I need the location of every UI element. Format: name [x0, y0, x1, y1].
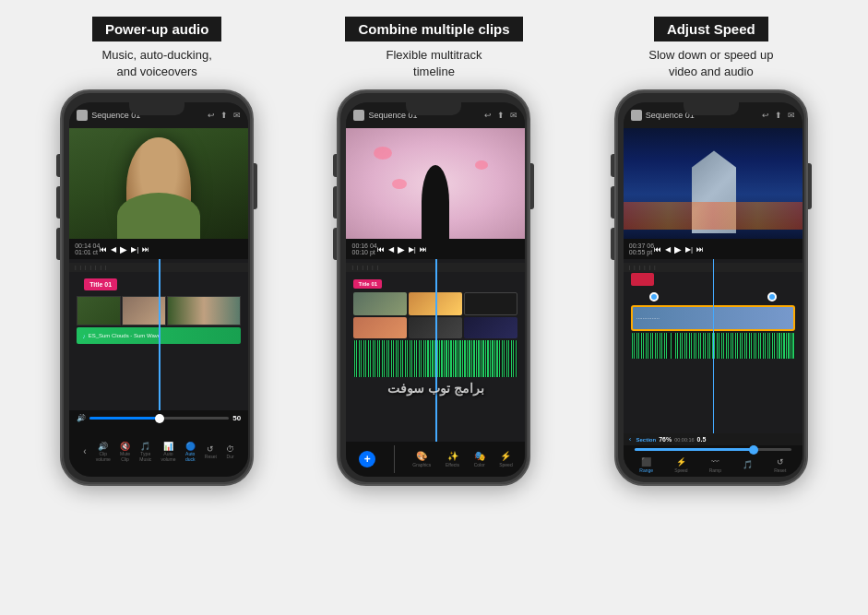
phone3-speed-btn[interactable]: ⚡ Speed — [674, 457, 687, 473]
phone1-outer: Sequence 01 ↩ ⬆ ✉ 00:14 04 01:01 ct — [60, 89, 254, 486]
phone3-maintain-pitch[interactable]: 🎵 — [743, 460, 753, 470]
phone2-speed-label: Speed — [499, 462, 512, 467]
phone2-video-preview — [346, 128, 525, 239]
phone2-graphics[interactable]: 🎨 Graphics — [412, 451, 431, 467]
phone3-range-label: Range — [639, 467, 653, 473]
phone1-back-btn[interactable]: ‹ — [83, 446, 86, 456]
phone1-clip-vol[interactable]: 🔊 Clipvolume — [96, 442, 111, 462]
phone1-dur[interactable]: ⏱ Dur — [226, 444, 234, 459]
phone2-add-icon[interactable]: + — [359, 451, 375, 467]
phone2-sep — [394, 445, 395, 473]
phone3-slider-section — [624, 445, 803, 454]
phone2-effects[interactable]: ✨ Effects — [446, 451, 459, 467]
phone2-chat-icon[interactable]: ✉ — [510, 111, 517, 120]
phone3-ramp-btn[interactable]: 〰 Ramp — [709, 457, 721, 473]
phone2-play[interactable]: ▶ — [398, 244, 405, 254]
phone1-title-clip[interactable]: Title 01 — [84, 278, 117, 290]
phone1-right-btn — [254, 163, 257, 209]
phone1-mute[interactable]: 🔇 MuteClip — [120, 442, 130, 462]
phone3-chevron-left[interactable]: ‹ — [629, 435, 632, 444]
phone3-share-icon[interactable]: ⬆ — [775, 111, 782, 120]
phone2-top-icons: ↩ ⬆ ✉ — [484, 111, 517, 120]
phone3-chat-icon[interactable]: ✉ — [788, 111, 795, 120]
phone3-undo-icon[interactable]: ↩ — [762, 111, 769, 120]
phone3-ramp-label: Ramp — [709, 467, 721, 473]
phone3-speed-value: 76% — [659, 436, 672, 443]
phone1-step-back[interactable]: ◀ — [111, 245, 116, 254]
phone1-slider-row: 🔊 50 — [69, 410, 248, 426]
phone2-time1: 00:16 04 — [351, 242, 376, 249]
phone1-reset[interactable]: ↺ Reset — [205, 444, 217, 459]
phone2-step-back[interactable]: ◀ — [388, 245, 394, 254]
phone1-chat-icon[interactable]: ✉ — [233, 111, 241, 120]
phone2-clip-4[interactable] — [353, 317, 407, 338]
phone3-playhead — [713, 259, 715, 433]
phone3-dot-1[interactable] — [649, 292, 659, 302]
phone2-clip-3[interactable] — [464, 292, 517, 315]
phone3-step-fwd[interactable]: ▶| — [685, 245, 693, 254]
phone3-time-value: 00:00:16 — [674, 437, 694, 443]
phone3-time2: 00:55 pt — [629, 249, 654, 255]
feature-col-3: Adjust Speed Slow down or speed upvideo … — [577, 17, 845, 486]
phone3-slider-track[interactable] — [635, 448, 791, 451]
phone3-step-back[interactable]: ◀ — [665, 245, 671, 254]
phone3-range[interactable]: ⬛ Range — [639, 457, 653, 473]
feature-subtitle-1: Music, auto-ducking,and voiceovers — [102, 47, 212, 80]
phone1-skip-back[interactable]: ⏮ — [100, 245, 107, 254]
phone3-section-info: ‹ Section 76% 00:00:16 0.5 — [624, 433, 803, 445]
phone3-skip-back[interactable]: ⏮ — [654, 245, 661, 254]
phone2-clip-6[interactable] — [464, 317, 517, 338]
phone3-slider-thumb[interactable] — [749, 445, 758, 455]
feature-title-2: Combine multiple clips — [345, 17, 522, 41]
phone2-transport: ⏮ ◀ ▶ ▶| ⏭ — [377, 244, 427, 254]
phone2-clip-1[interactable] — [353, 292, 407, 315]
phone1-top-icons: ↩ ⬆ ✉ — [208, 111, 241, 120]
phone1-slider-fill — [89, 417, 160, 420]
phone3-reset-btn[interactable]: ↺ Reset — [774, 457, 786, 473]
phone1-type-music[interactable]: 🎵 TypeMusic — [139, 442, 151, 462]
phone2-plus-btn[interactable]: + — [359, 451, 375, 467]
phone3-bottom-icons: ⬛ Range ⚡ Speed 〰 Ramp 🎵 — [624, 454, 803, 477]
phone3-speed-clip-label: ··············· — [636, 315, 660, 321]
main-container: Power-up audio Music, auto-ducking,and v… — [0, 0, 868, 615]
phone2-timeline: | | | | | | Title 01 — [346, 259, 525, 442]
phone3-pitch-icon: 🎵 — [743, 460, 753, 469]
phone2-skip-back[interactable]: ⏮ — [377, 245, 385, 254]
phone3-outer: Sequence 01 ↩ ⬆ ✉ 00:37 06 00:55 pt — [614, 89, 808, 486]
phone1-skip-fwd[interactable]: ⏭ — [142, 245, 149, 254]
phone1-slider-thumb[interactable] — [155, 414, 164, 423]
phone3-home-icon — [631, 110, 642, 121]
phone1-slider-value: 50 — [232, 414, 241, 422]
phone2-playhead — [435, 259, 437, 442]
phone2-skip-fwd[interactable]: ⏭ — [420, 245, 427, 254]
phone3-play[interactable]: ▶ — [674, 244, 682, 254]
phone3-red-clip[interactable] — [631, 273, 654, 286]
phone3-ramp-value: 0.5 — [697, 436, 707, 443]
phone2-undo-icon[interactable]: ↩ — [484, 111, 492, 120]
feature-subtitle-2: Flexible multitracktimeline — [386, 47, 482, 80]
phone1-screen: Sequence 01 ↩ ⬆ ✉ 00:14 04 01:01 ct — [69, 102, 248, 477]
phone1-play[interactable]: ▶ — [120, 244, 127, 254]
phone1-auto-vol[interactable]: 📊 Autovolume — [161, 442, 175, 462]
phone1-auto-duck[interactable]: 🔵 Autoduck — [185, 442, 196, 462]
phone1-transport: ⏮ ◀ ▶ ▶| ⏭ — [100, 244, 149, 254]
phone3-speed-label: Speed — [674, 467, 687, 473]
phone1-share-icon[interactable]: ⬆ — [220, 111, 228, 120]
phone3-dot-2[interactable] — [767, 292, 777, 302]
phone3-skip-fwd[interactable]: ⏭ — [696, 245, 704, 254]
phone1-slider-track[interactable] — [89, 417, 229, 420]
phone3-section-label: Section — [636, 437, 656, 443]
phone1-step-fwd[interactable]: ▶| — [131, 245, 138, 254]
phone3-time1: 00:37 06 — [629, 242, 654, 249]
phone2-color[interactable]: 🎭 Color — [474, 451, 485, 467]
phone2-speed[interactable]: ⚡ Speed — [499, 451, 512, 467]
phone2-share-icon[interactable]: ⬆ — [497, 111, 505, 120]
phone2-time2: 00:10 pt — [351, 249, 376, 255]
phone3-range-icon: ⬛ — [641, 457, 651, 467]
phone1-playhead — [159, 259, 161, 410]
phone2-title-clip[interactable]: Title 01 — [353, 279, 382, 289]
phone3-slider-row — [631, 448, 795, 451]
phone1-undo-icon[interactable]: ↩ — [208, 111, 215, 120]
phone1-notch — [129, 102, 184, 115]
phone2-step-fwd[interactable]: ▶| — [409, 245, 416, 254]
